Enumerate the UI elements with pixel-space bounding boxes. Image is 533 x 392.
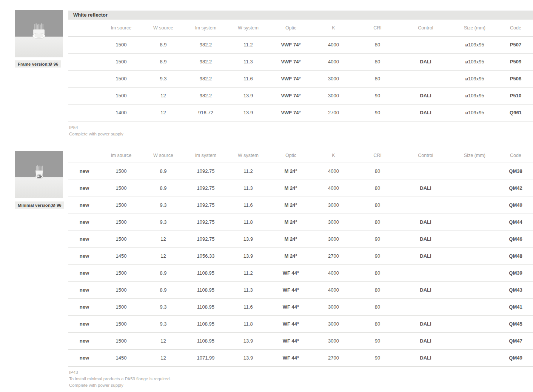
cell-size [451,197,498,214]
cell-control: DALI [400,231,451,247]
cell-w-system: 11.3 [227,281,270,298]
cell-new-badge: new [68,281,100,298]
cell-w-source: 12 [142,87,185,104]
cell-control: DALI [400,87,451,104]
cell-k: 4000 [312,163,355,180]
cell-k: 2700 [312,349,355,366]
cell-code: QM46 [498,231,533,247]
cell-new-badge [68,70,100,87]
cell-code: QM48 [498,247,533,264]
cell-lm-source: 1500 [100,53,142,70]
table-row: new15008.91092.7511.3M 24°400080DALIQM42 [68,180,533,197]
cell-w-system: 11.3 [227,180,270,197]
cell-w-source: 8.9 [142,264,185,281]
cell-code: P509 [498,53,533,70]
spec-table-minimal-version: lm source W source lm system W system Op… [68,148,533,367]
cell-new-badge: new [68,315,100,332]
cell-control: DALI [400,332,451,349]
cell-w-system: 11.8 [227,214,270,231]
cell-w-source: 12 [142,231,185,247]
table-row: new15008.91092.7511.2M 24°400080QM38 [68,163,533,180]
cell-code: QM38 [498,163,533,180]
cell-w-source: 9.3 [142,298,185,315]
cell-control: DALI [400,349,451,366]
cell-lm-system: 1108.95 [185,332,227,349]
cell-control: DALI [400,53,451,70]
cell-lm-source: 1500 [100,231,142,247]
cell-lm-system: 1108.95 [185,298,227,315]
cell-lm-source: 1450 [100,247,142,264]
cell-k: 3000 [312,332,355,349]
cell-lm-source: 1500 [100,163,142,180]
col-header-control: Control [400,148,451,163]
cell-lm-system: 982.2 [185,87,227,104]
cell-cri: 80 [355,70,400,87]
cell-w-system: 13.9 [227,87,270,104]
cell-new-badge: new [68,163,100,180]
cell-w-system: 13.9 [227,231,270,247]
product-image-frame-version [15,10,63,57]
footnote-power-supply: Complete with power supply [69,382,171,389]
cell-new-badge [68,53,100,70]
cell-k: 3000 [312,197,355,214]
table-header-row: lm source W source lm system W system Op… [68,148,533,163]
cell-code: QM45 [498,315,533,332]
cell-size [451,214,498,231]
footnote-ip-rating: IP54 [69,125,123,131]
cell-control: DALI [400,214,451,231]
cell-cri: 90 [355,349,400,366]
cell-optic: M 24° [270,214,312,231]
col-header-k: K [312,148,355,163]
col-header-k: K [312,20,355,36]
col-header-w-source: W source [142,148,185,163]
cell-k: 3000 [312,298,355,315]
cell-new-badge: new [68,214,100,231]
cell-lm-source: 1500 [100,281,142,298]
col-header-size: Size (mm) [451,20,498,36]
cell-lm-system: 982.2 [185,70,227,87]
cell-size: ø109x95 [451,70,498,87]
cell-optic: VWF 74° [270,36,312,53]
product-image-minimal-version [15,151,63,198]
cell-size: ø109x95 [451,104,498,121]
cell-code: QM41 [498,298,533,315]
cell-cri: 90 [355,231,400,247]
cell-w-source: 12 [142,332,185,349]
cell-control: DALI [400,315,451,332]
cell-cri: 90 [355,104,400,121]
footnote-power-supply: Complete with power supply [69,131,123,137]
table-row: 150012982.213.9VWF 74°300090DALIø109x95P… [68,87,533,104]
cell-lm-source: 1500 [100,214,142,231]
cell-w-source: 8.9 [142,36,185,53]
cell-lm-source: 1500 [100,332,142,349]
table-row: new15009.31092.7511.6M 24°300080QM40 [68,197,533,214]
table-row: new1500121108.9513.9WF 44°300090DALIQM47 [68,332,533,349]
col-header-lm-source: lm source [100,148,142,163]
cell-cri: 90 [355,332,400,349]
col-header-lm-system: lm system [185,20,227,36]
cell-w-source: 9.3 [142,214,185,231]
cell-lm-system: 1092.75 [185,197,227,214]
cell-optic: WF 44° [270,332,312,349]
cell-optic: WF 44° [270,298,312,315]
table-header-row: lm source W source lm system W system Op… [68,20,533,36]
cell-lm-source: 1500 [100,87,142,104]
cell-new-badge: new [68,332,100,349]
cell-w-system: 13.9 [227,104,270,121]
cell-cri: 80 [355,298,400,315]
cell-control [400,298,451,315]
cell-new-badge [68,36,100,53]
cell-k: 3000 [312,70,355,87]
cell-optic: M 24° [270,231,312,247]
cell-optic: WF 44° [270,281,312,298]
cell-optic: WF 44° [270,315,312,332]
cell-w-system: 11.6 [227,70,270,87]
cell-w-source: 9.3 [142,70,185,87]
footnote-flange: To install minimal products a PA53 flang… [69,376,171,382]
cell-control: DALI [400,281,451,298]
col-header-blank [68,148,100,163]
footnote-ip-rating: IP43 [69,369,171,376]
cell-w-system: 13.9 [227,332,270,349]
cell-lm-system: 1071.99 [185,349,227,366]
cell-lm-system: 982.2 [185,53,227,70]
